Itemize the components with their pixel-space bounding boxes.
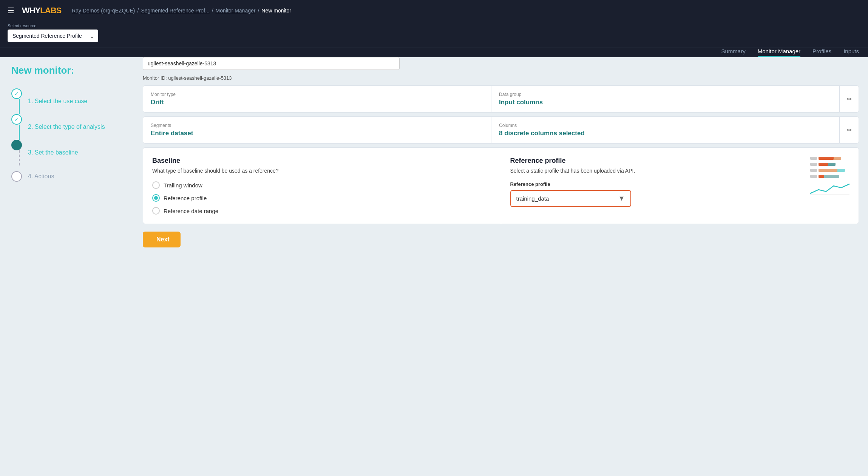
resource-bar: Select resource Segmented Reference Prof… <box>0 21 868 48</box>
step-4-label: 4. Actions <box>28 165 54 187</box>
segments-value: Entire dataset <box>151 130 483 137</box>
step-3-circle <box>11 140 22 150</box>
step-4-circle <box>11 171 22 182</box>
data-group-cell: Data group Input columns <box>491 86 840 112</box>
step-2-circle: ✓ <box>11 114 22 125</box>
svg-rect-12 <box>810 195 849 195</box>
logo: WHYLABS <box>22 6 61 15</box>
svg-rect-4 <box>819 163 828 166</box>
ref-profile-title: Reference profile <box>510 157 850 165</box>
edit-icon-1: ✏ <box>847 96 852 103</box>
step-list: ✓ 1. Select the use case ✓ 2. Select the… <box>11 88 128 187</box>
next-button[interactable]: Next <box>143 232 181 247</box>
svg-rect-1 <box>819 157 834 160</box>
svg-rect-5 <box>810 163 817 166</box>
radio-reference-profile-circle <box>152 194 160 202</box>
main-content: New monitor: ✓ 1. Select the use case ✓ <box>0 57 868 476</box>
tab-profiles[interactable]: Profiles <box>812 48 831 57</box>
ref-profile-dropdown[interactable]: training_data ▼ <box>510 190 631 207</box>
ref-profile-dropdown-label: Reference profile <box>510 181 850 187</box>
radio-trailing-window[interactable]: Trailing window <box>152 181 492 189</box>
hamburger-icon[interactable]: ☰ <box>8 6 14 15</box>
svg-rect-8 <box>810 169 817 172</box>
breadcrumb-sep3: / <box>258 8 259 14</box>
baseline-radio-group: Trailing window Reference profile Refere… <box>152 181 492 215</box>
radio-reference-date-range-circle <box>152 207 160 215</box>
step-2-connector <box>19 125 20 140</box>
resource-select-wrapper: Segmented Reference Profile <box>8 29 98 42</box>
edit-icon-2: ✏ <box>847 127 852 134</box>
segments-label: Segments <box>151 123 483 128</box>
svg-rect-11 <box>810 175 817 178</box>
monitor-type-cell: Monitor type Drift <box>143 86 491 112</box>
columns-value: 8 discrete columns selected <box>499 130 832 137</box>
columns-label: Columns <box>499 123 832 128</box>
baseline-title: Baseline <box>152 157 492 165</box>
radio-reference-date-range[interactable]: Reference date range <box>152 207 492 215</box>
main-nav-tabs: Summary Monitor Manager Profiles Inputs <box>721 48 859 57</box>
radio-trailing-window-label: Trailing window <box>164 182 202 189</box>
monitor-id-text: Monitor ID: ugliest-seashell-gazelle-531… <box>143 72 859 81</box>
baseline-card: Baseline What type of baseline should be… <box>143 147 859 224</box>
baseline-left: Baseline What type of baseline should be… <box>143 148 501 224</box>
step-4-row: 4. Actions <box>11 165 128 187</box>
radio-reference-profile[interactable]: Reference profile <box>152 194 492 202</box>
step-4-col <box>11 171 22 182</box>
step-2-label: 2. Select the type of analysis <box>28 116 105 138</box>
step-2-check-icon: ✓ <box>14 116 19 122</box>
breadcrumb-sep2: / <box>212 8 213 14</box>
monitor-type-card: Monitor type Drift Data group Input colu… <box>143 85 859 113</box>
radio-reference-profile-label: Reference profile <box>164 195 207 201</box>
step-3-row: 3. Set the baseline <box>11 140 128 165</box>
svg-rect-7 <box>819 169 837 172</box>
radio-reference-date-range-label: Reference date range <box>164 208 218 214</box>
ref-profile-desc: Select a static profile that has been up… <box>510 168 850 174</box>
step-3-connector <box>19 150 20 165</box>
breadcrumb-org[interactable]: Ray Demos (org-qEZQUE) <box>72 8 135 14</box>
breadcrumb-current: New monitor <box>261 8 291 14</box>
breadcrumb: Ray Demos (org-qEZQUE) / Segmented Refer… <box>72 8 860 14</box>
sidebar: New monitor: ✓ 1. Select the use case ✓ <box>0 57 140 476</box>
ref-profile-selected: training_data <box>516 195 549 202</box>
step-1-col: ✓ <box>11 88 22 114</box>
step-1-circle: ✓ <box>11 88 22 99</box>
tab-monitor-manager[interactable]: Monitor Manager <box>758 48 800 57</box>
topnav: ☰ WHYLABS Ray Demos (org-qEZQUE) / Segme… <box>0 0 868 21</box>
monitor-type-label: Monitor type <box>151 92 483 97</box>
tab-summary[interactable]: Summary <box>721 48 746 57</box>
breadcrumb-dataset[interactable]: Segmented Reference Prof... <box>141 8 209 14</box>
radio-trailing-window-circle <box>152 181 160 189</box>
step-1-connector <box>19 99 20 114</box>
baseline-desc: What type of baseline should be used as … <box>152 168 492 174</box>
edit-monitor-type-button[interactable]: ✏ <box>840 86 859 112</box>
edit-segments-button[interactable]: ✏ <box>840 117 859 143</box>
monitor-id-input[interactable] <box>143 57 400 70</box>
segments-card: Segments Entire dataset Columns 8 discre… <box>143 116 859 144</box>
monitor-type-value: Drift <box>151 99 483 106</box>
resource-label: Select resource <box>8 23 98 28</box>
radio-reference-profile-inner <box>154 196 158 200</box>
breadcrumb-sep1: / <box>137 8 139 14</box>
step-3-label: 3. Set the baseline <box>28 142 78 164</box>
step-3-col <box>11 140 22 165</box>
chart-illustration <box>807 154 853 199</box>
columns-cell: Columns 8 discrete columns selected <box>491 117 840 143</box>
step-2-row: ✓ 2. Select the type of analysis <box>11 114 128 140</box>
svg-rect-10 <box>819 175 824 178</box>
data-group-label: Data group <box>499 92 832 97</box>
data-group-value: Input columns <box>499 99 832 106</box>
tab-inputs[interactable]: Inputs <box>843 48 859 57</box>
step-1-label: 1. Select the use case <box>28 90 87 112</box>
page-title: New monitor: <box>11 65 128 76</box>
breadcrumb-monitor-manager[interactable]: Monitor Manager <box>216 8 256 14</box>
segments-cell: Segments Entire dataset <box>143 117 491 143</box>
step-1-check-icon: ✓ <box>14 91 19 97</box>
right-content: Monitor ID: ugliest-seashell-gazelle-531… <box>140 57 868 476</box>
svg-rect-2 <box>810 157 817 160</box>
baseline-right: Reference profile Select a static profil… <box>501 148 859 224</box>
resource-select[interactable]: Segmented Reference Profile <box>8 29 98 42</box>
step-1-row: ✓ 1. Select the use case <box>11 88 128 114</box>
step-2-col: ✓ <box>11 114 22 140</box>
resource-selector-area: Select resource Segmented Reference Prof… <box>8 23 98 42</box>
chevron-down-icon: ▼ <box>618 195 625 202</box>
